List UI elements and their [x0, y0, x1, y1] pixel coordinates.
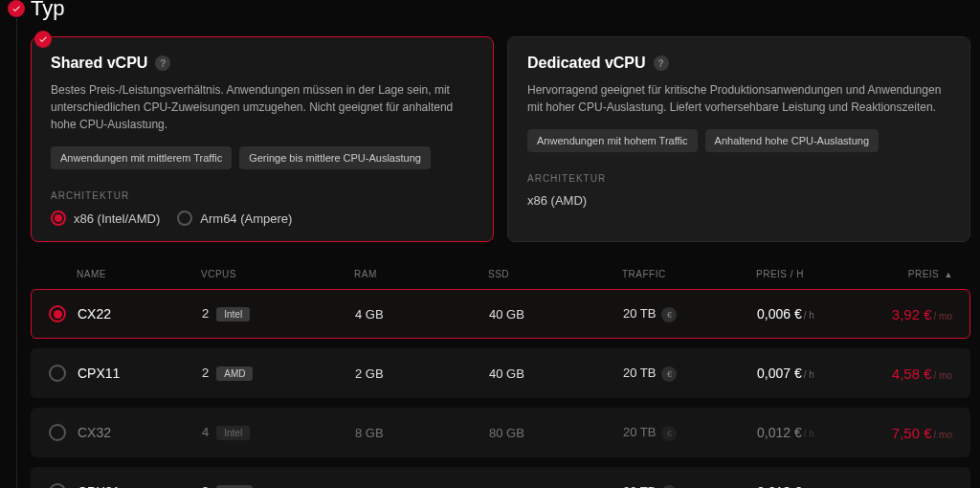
cell-vcpus: 2Intel: [202, 306, 355, 322]
cpu-badge: AMD: [216, 366, 253, 381]
architecture-options: x86 (Intel/AMD) Arm64 (Ampere): [51, 211, 474, 226]
radio-icon: [49, 424, 66, 441]
cell-name: CPX21: [78, 484, 202, 488]
card-tags: Anwendungen mit mittlerem Traffic Gering…: [51, 146, 474, 169]
card-title-text: Shared vCPU: [51, 55, 147, 72]
step-indicator: [8, 0, 25, 17]
card-description: Bestes Preis-/Leistungsverhältnis. Anwen…: [51, 81, 474, 133]
radio-icon: [51, 211, 66, 226]
tag: Anwendungen mit hohem Traffic: [527, 129, 698, 152]
architecture-text: x86 (AMD): [527, 193, 950, 208]
cell-price-hour: 0,013 €/ h: [757, 484, 881, 488]
cell-ram: 2 GB: [355, 366, 489, 381]
th-price-label: PREIS: [908, 269, 940, 279]
info-icon[interactable]: €: [661, 426, 677, 441]
card-description: Hervorragend geeignet für kritische Prod…: [527, 81, 950, 116]
card-check-indicator: [34, 31, 52, 48]
cell-traffic: 20 TB€: [623, 306, 757, 322]
cell-ram: 8 GB: [355, 426, 489, 440]
table-row[interactable]: CX32 4Intel 8 GB 80 GB 20 TB€ 0,012 €/ h…: [31, 408, 970, 457]
th-traffic[interactable]: TRAFFIC: [622, 269, 756, 279]
arch-option-label: x86 (Intel/AMD): [74, 211, 160, 226]
info-icon[interactable]: €: [661, 307, 677, 322]
cell-price-hour: 0,007 €/ h: [757, 366, 881, 381]
cell-price: 8,39 €/ mo: [881, 484, 952, 489]
card-dedicated-vcpu[interactable]: Dedicated vCPU ? Hervorragend geeignet f…: [507, 36, 970, 242]
sort-asc-icon: ▲: [945, 270, 953, 279]
cell-vcpus: 4Intel: [202, 425, 355, 440]
radio-icon: [49, 365, 66, 382]
arch-option-label: Arm64 (Ampere): [200, 211, 292, 226]
cell-ssd: 80 GB: [489, 485, 623, 489]
cell-name: CPX11: [78, 366, 202, 381]
radio-icon: [49, 305, 66, 322]
cell-name: CX32: [78, 425, 202, 440]
radio-icon: [49, 483, 66, 488]
cell-ssd: 40 GB: [489, 366, 623, 381]
cell-traffic: 20 TB€: [623, 484, 757, 489]
th-ssd[interactable]: SSD: [488, 269, 622, 279]
section-title: Typ: [31, 0, 970, 21]
table-row[interactable]: CPX21 3AMD 4 GB 80 GB 20 TB€ 0,013 €/ h …: [31, 467, 970, 488]
table-header: NAME VCPUS RAM SSD TRAFFIC PREIS / H PRE…: [31, 259, 970, 289]
th-ram[interactable]: RAM: [354, 269, 488, 279]
cell-price: 7,50 €/ mo: [881, 425, 952, 441]
tag: Anwendungen mit mittlerem Traffic: [51, 146, 232, 169]
cell-ssd: 40 GB: [489, 307, 623, 322]
cell-price-hour: 0,012 €/ h: [757, 425, 881, 440]
cell-price: 4,58 €/ mo: [881, 366, 952, 382]
timeline: [8, 0, 31, 488]
info-icon[interactable]: €: [661, 366, 677, 382]
type-cards: Shared vCPU ? Bestes Preis-/Leistungsver…: [31, 36, 970, 242]
card-title: Dedicated vCPU ?: [527, 55, 950, 72]
cell-ram: 4 GB: [355, 485, 489, 489]
cpu-badge: Intel: [216, 307, 250, 322]
cell-traffic: 20 TB€: [623, 425, 757, 441]
th-name[interactable]: NAME: [77, 269, 201, 279]
table-body: CX22 2Intel 4 GB 40 GB 20 TB€ 0,006 €/ h…: [31, 289, 970, 488]
cpu-badge: Intel: [216, 426, 250, 440]
tag: Geringe bis mittlere CPU-Auslastung: [239, 146, 431, 169]
tag: Anhaltend hohe CPU-Auslastung: [705, 129, 879, 152]
arch-option-arm64[interactable]: Arm64 (Ampere): [177, 211, 292, 226]
help-icon[interactable]: ?: [155, 55, 170, 71]
table-row[interactable]: CPX11 2AMD 2 GB 40 GB 20 TB€ 0,007 €/ h …: [31, 348, 970, 398]
cell-price: 3,92 €/ mo: [881, 306, 952, 322]
server-table: NAME VCPUS RAM SSD TRAFFIC PREIS / H PRE…: [31, 259, 970, 488]
cell-ram: 4 GB: [355, 307, 489, 322]
cell-vcpus: 2AMD: [202, 366, 355, 381]
th-price[interactable]: PREIS ▲: [880, 269, 953, 279]
card-title-text: Dedicated vCPU: [527, 55, 646, 72]
cell-ssd: 80 GB: [489, 426, 623, 440]
arch-option-x86[interactable]: x86 (Intel/AMD): [51, 211, 160, 226]
cell-traffic: 20 TB€: [623, 366, 757, 382]
architecture-label: ARCHITEKTUR: [527, 173, 950, 184]
check-icon: [11, 4, 21, 13]
cell-name: CX22: [78, 306, 202, 322]
architecture-label: ARCHITEKTUR: [51, 190, 474, 201]
info-icon[interactable]: €: [661, 485, 677, 489]
cell-price-hour: 0,006 €/ h: [757, 306, 881, 322]
help-icon[interactable]: ?: [654, 55, 669, 71]
th-vcpus[interactable]: VCPUS: [201, 269, 354, 279]
card-title: Shared vCPU ?: [51, 55, 474, 72]
card-tags: Anwendungen mit hohem Traffic Anhaltend …: [527, 129, 950, 152]
table-row[interactable]: CX22 2Intel 4 GB 40 GB 20 TB€ 0,006 €/ h…: [31, 289, 970, 339]
cell-vcpus: 3AMD: [202, 484, 355, 488]
th-price-hour[interactable]: PREIS / H: [756, 269, 880, 279]
radio-icon: [177, 211, 192, 226]
card-shared-vcpu[interactable]: Shared vCPU ? Bestes Preis-/Leistungsver…: [31, 36, 494, 242]
check-icon: [38, 34, 48, 44]
